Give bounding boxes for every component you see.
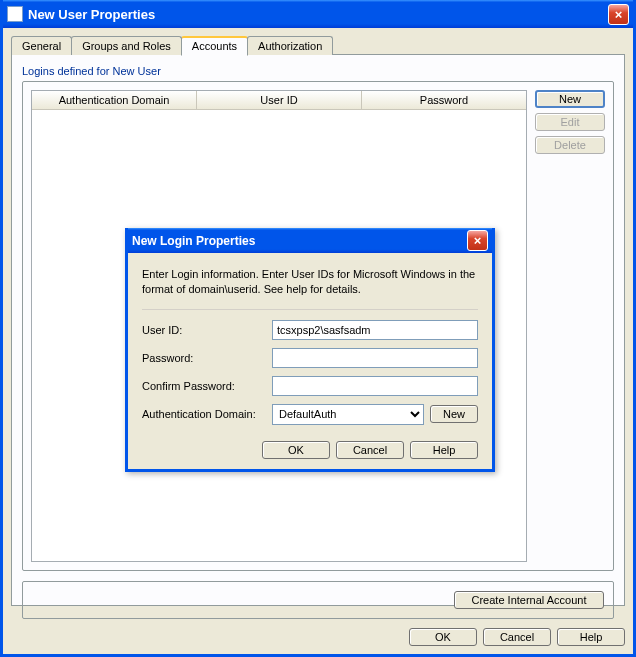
tab-general[interactable]: General [11, 36, 72, 55]
side-buttons: New Edit Delete [535, 90, 605, 562]
create-internal-account-button[interactable]: Create Internal Account [454, 591, 604, 609]
user-id-field[interactable] [272, 320, 478, 340]
delete-login-button: Delete [535, 136, 605, 154]
confirm-password-label: Confirm Password: [142, 380, 272, 392]
modal-cancel-button[interactable]: Cancel [336, 441, 404, 459]
tab-groups-and-roles[interactable]: Groups and Roles [71, 36, 182, 55]
ok-button[interactable]: OK [409, 628, 477, 646]
help-button[interactable]: Help [557, 628, 625, 646]
new-auth-domain-button[interactable]: New [430, 405, 478, 423]
internal-account-group: Create Internal Account [22, 581, 614, 619]
password-field[interactable] [272, 348, 478, 368]
modal-close-icon[interactable]: × [467, 230, 488, 251]
auth-domain-label: Authentication Domain: [142, 408, 272, 420]
new-login-button[interactable]: New [535, 90, 605, 108]
close-icon[interactable]: × [608, 4, 629, 25]
new-login-properties-dialog: New Login Properties × Enter Login infor… [125, 228, 495, 472]
modal-titlebar: New Login Properties × [128, 228, 492, 253]
tabs: General Groups and Roles Accounts Author… [11, 36, 625, 55]
table-header: Authentication Domain User ID Password [32, 91, 526, 110]
auth-domain-select[interactable]: DefaultAuth [272, 404, 424, 425]
edit-login-button: Edit [535, 113, 605, 131]
modal-instruction: Enter Login information. Enter User IDs … [142, 267, 478, 297]
modal-buttons: OK Cancel Help [142, 441, 478, 459]
modal-help-button[interactable]: Help [410, 441, 478, 459]
login-fieldset: User ID: Password: Confirm Password: Aut… [142, 309, 478, 433]
logins-fieldset-label: Logins defined for New User [22, 65, 614, 77]
col-user-id[interactable]: User ID [197, 91, 362, 109]
user-id-label: User ID: [142, 324, 272, 336]
password-label: Password: [142, 352, 272, 364]
app-icon [7, 6, 23, 22]
modal-ok-button[interactable]: OK [262, 441, 330, 459]
tab-authorization[interactable]: Authorization [247, 36, 333, 55]
confirm-password-field[interactable] [272, 376, 478, 396]
new-user-properties-window: New User Properties × General Groups and… [0, 0, 636, 657]
modal-body: Enter Login information. Enter User IDs … [128, 253, 492, 469]
col-auth-domain[interactable]: Authentication Domain [32, 91, 197, 109]
col-password[interactable]: Password [362, 91, 526, 109]
dialog-buttons: OK Cancel Help [409, 628, 625, 646]
window-title: New User Properties [28, 7, 608, 22]
window-body: General Groups and Roles Accounts Author… [3, 28, 633, 654]
tab-accounts[interactable]: Accounts [181, 36, 248, 56]
modal-title: New Login Properties [132, 234, 467, 248]
cancel-button[interactable]: Cancel [483, 628, 551, 646]
titlebar: New User Properties × [3, 0, 633, 28]
